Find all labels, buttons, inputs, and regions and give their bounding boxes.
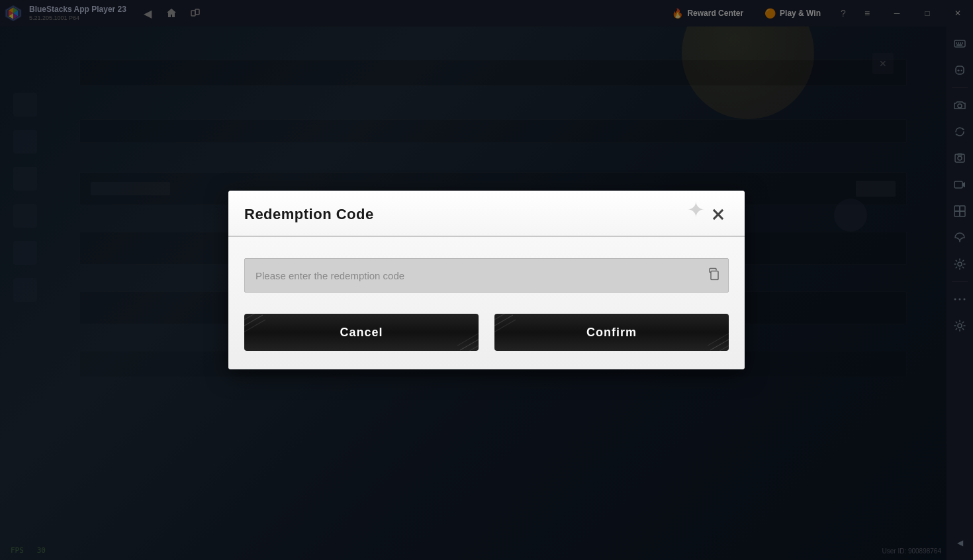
redemption-code-input[interactable]: [244, 258, 729, 293]
redemption-dialog: Redemption Code ✦ Cancel: [228, 191, 745, 369]
dialog-body: Cancel Confirm: [228, 237, 745, 369]
cancel-label: Cancel: [340, 326, 383, 339]
dialog-header: Redemption Code ✦: [228, 191, 745, 237]
dialog-buttons: Cancel Confirm: [244, 314, 729, 351]
overlay: Redemption Code ✦ Cancel: [0, 0, 973, 560]
svg-rect-37: [711, 271, 718, 280]
dialog-close-button[interactable]: [708, 204, 729, 225]
confirm-label: Confirm: [586, 326, 637, 339]
code-input-wrapper: [244, 258, 729, 293]
close-x-icon: [710, 207, 726, 222]
paste-icon[interactable]: [708, 267, 721, 284]
dialog-decoration: ✦: [687, 197, 705, 222]
confirm-button[interactable]: Confirm: [494, 314, 729, 351]
cancel-button[interactable]: Cancel: [244, 314, 479, 351]
dialog-title: Redemption Code: [244, 206, 374, 223]
